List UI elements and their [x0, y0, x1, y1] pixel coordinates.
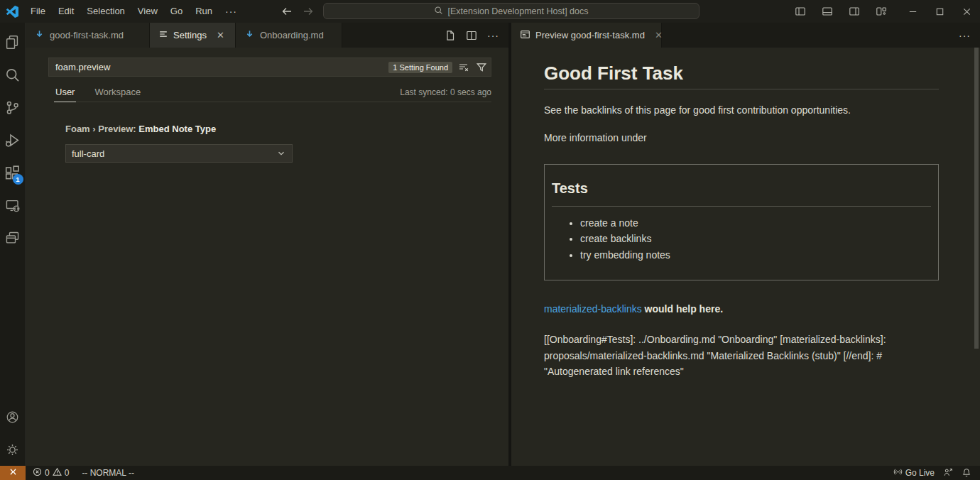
tab-onboarding[interactable]: Onboarding.md	[236, 23, 342, 48]
problems-status[interactable]: 0 0	[28, 466, 73, 480]
embedded-note-card: Tests create a note create backlinks try…	[544, 164, 939, 281]
warning-count: 0	[65, 468, 70, 478]
more-actions-icon[interactable]: ···	[484, 30, 503, 41]
toggle-secondary-sidebar-icon[interactable]	[841, 0, 868, 23]
more-actions-icon[interactable]: ···	[955, 30, 974, 41]
menu-run[interactable]: Run	[189, 0, 219, 23]
menu-file[interactable]: File	[24, 0, 52, 23]
setting-title: Foam › Preview: Embed Note Type	[65, 124, 491, 134]
list-item: create backlinks	[580, 231, 931, 247]
select-value: full-card	[72, 148, 104, 159]
explorer-icon[interactable]	[0, 26, 26, 58]
markdown-preview-icon	[520, 29, 530, 42]
list-item: create a note	[580, 215, 931, 231]
toggle-primary-sidebar-icon[interactable]	[787, 0, 814, 23]
toggle-panel-icon[interactable]	[814, 0, 841, 23]
embed-note-type-select[interactable]: full-card	[65, 144, 293, 163]
windows-icon[interactable]	[0, 222, 26, 254]
remote-icon	[9, 467, 18, 479]
menu-more[interactable]: ···	[219, 8, 244, 15]
chevron-down-icon	[276, 148, 286, 158]
menu-go[interactable]: Go	[164, 0, 189, 23]
window-controls	[787, 0, 980, 23]
extensions-icon[interactable]: 1	[0, 156, 26, 189]
broadcast-icon	[893, 467, 903, 479]
results-count-badge: 1 Setting Found	[388, 62, 452, 73]
remote-explorer-icon[interactable]	[0, 189, 26, 222]
activity-bar: 1	[0, 23, 26, 466]
preview-paragraph: See the backlinks of this page for good …	[544, 103, 939, 118]
markdown-file-icon	[34, 29, 45, 42]
editor-group-left: good-first-task.md Settings ✕ Onboardi	[26, 23, 508, 466]
remote-indicator[interactable]	[0, 466, 26, 480]
source-control-icon[interactable]	[0, 91, 26, 124]
setting-category: Foam › Preview:	[65, 124, 138, 134]
titlebar: File Edit Selection View Go Run ··· [Ext…	[0, 0, 980, 23]
vscode-logo-icon	[0, 6, 24, 18]
person-share-icon	[943, 467, 953, 479]
status-bar: 0 0 -- NORMAL -- Go Live	[0, 466, 980, 480]
customize-layout-icon[interactable]	[868, 0, 895, 23]
close-tab-icon[interactable]: ✕	[653, 29, 665, 41]
tab-settings[interactable]: Settings ✕	[150, 23, 236, 48]
menu-edit[interactable]: Edit	[52, 0, 80, 23]
scope-tab-user[interactable]: User	[54, 87, 76, 102]
warning-icon	[53, 467, 62, 479]
split-editor-icon[interactable]	[462, 28, 481, 43]
menu-selection[interactable]: Selection	[80, 0, 131, 23]
last-synced-label: Last synced: 0 secs ago	[400, 87, 491, 102]
menu-view[interactable]: View	[131, 0, 164, 23]
maximize-icon[interactable]	[926, 0, 953, 23]
editor-actions: ···	[441, 23, 508, 48]
preview-paragraph: More information under	[544, 131, 939, 146]
close-window-icon[interactable]	[953, 0, 980, 23]
filter-funnel-icon[interactable]	[475, 61, 488, 74]
error-icon	[33, 467, 42, 479]
search-icon[interactable]	[0, 58, 26, 91]
vscode-window: File Edit Selection View Go Run ··· [Ext…	[0, 0, 980, 480]
error-count: 0	[45, 468, 50, 478]
right-tab-bar: Preview good-first-task.md ✕ ···	[511, 23, 980, 48]
tab-label: Settings	[173, 30, 207, 40]
extensions-badge: 1	[13, 174, 23, 185]
notifications-bell-icon[interactable]	[957, 466, 976, 480]
preview-paragraph: materialized-backlinks would help here.	[544, 302, 939, 317]
settings-gear-icon[interactable]	[0, 433, 26, 466]
go-live-button[interactable]: Go Live	[889, 466, 939, 480]
tab-label: good-first-task.md	[50, 30, 124, 40]
scope-tab-workspace[interactable]: Workspace	[93, 87, 142, 102]
search-icon	[434, 6, 443, 17]
navigate-back-icon[interactable]	[281, 6, 293, 17]
settings-editor: 1 Setting Found User Workspace Las	[26, 48, 508, 466]
search-addons: 1 Setting Found	[388, 58, 488, 77]
open-settings-json-icon[interactable]	[441, 28, 459, 43]
settings-search-container: 1 Setting Found	[48, 58, 491, 77]
list-item: try embedding notes	[580, 247, 931, 263]
embedded-note-list: create a note create backlinks try embed…	[552, 215, 931, 263]
account-icon[interactable]	[0, 400, 26, 433]
editor-actions: ···	[955, 23, 980, 48]
navigate-forward-icon[interactable]	[303, 6, 314, 17]
minimize-icon[interactable]	[899, 0, 926, 23]
tab-good-first-task[interactable]: good-first-task.md	[26, 23, 150, 48]
command-center-search[interactable]: [Extension Development Host] docs	[323, 3, 699, 19]
tab-preview-good-first-task[interactable]: Preview good-first-task.md ✕	[511, 23, 662, 48]
embedded-note-title: Tests	[552, 179, 931, 207]
go-live-label: Go Live	[905, 468, 935, 478]
setting-name: Embed Note Type	[138, 124, 216, 134]
tab-label: Onboarding.md	[260, 30, 324, 40]
scrollbar-thumb[interactable]	[974, 48, 979, 349]
settings-editor-icon	[158, 29, 168, 41]
preview-heading: Good First Task	[544, 62, 939, 89]
run-and-debug-icon[interactable]	[0, 124, 26, 156]
live-share-button[interactable]	[939, 466, 957, 480]
markdown-preview: Good First Task See the backlinks of thi…	[511, 48, 980, 466]
command-center-label: [Extension Development Host] docs	[447, 6, 588, 16]
materialized-backlinks-link[interactable]: materialized-backlinks	[544, 303, 642, 315]
settings-scope-row: User Workspace Last synced: 0 secs ago	[54, 87, 491, 102]
menubar: File Edit Selection View Go Run ···	[24, 0, 244, 23]
history-navigation	[281, 0, 314, 23]
close-tab-icon[interactable]: ✕	[214, 29, 227, 41]
clear-filters-icon[interactable]	[457, 61, 470, 74]
vim-mode-status: -- NORMAL --	[77, 466, 138, 480]
